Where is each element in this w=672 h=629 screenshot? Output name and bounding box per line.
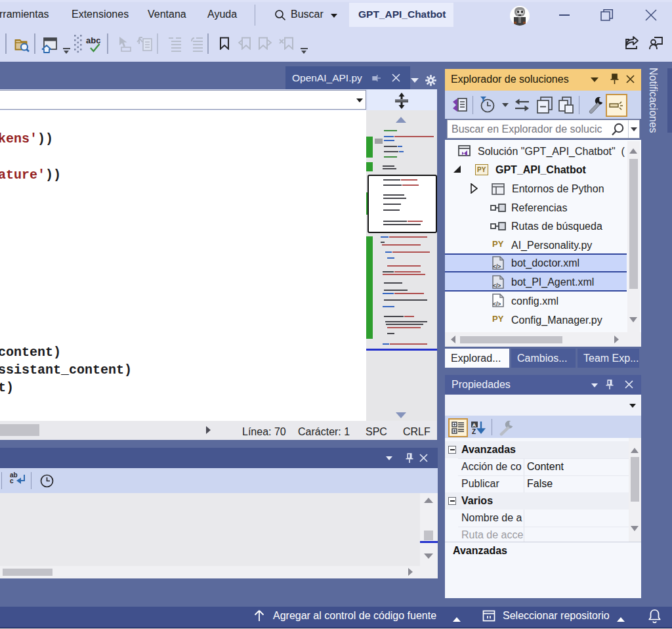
svg-text:Z: Z [472, 428, 476, 435]
svg-text:A: A [472, 422, 476, 428]
svg-text:</>: </> [493, 282, 501, 289]
svg-text:</>: </> [493, 263, 501, 270]
svg-text:</>: </> [493, 301, 501, 307]
